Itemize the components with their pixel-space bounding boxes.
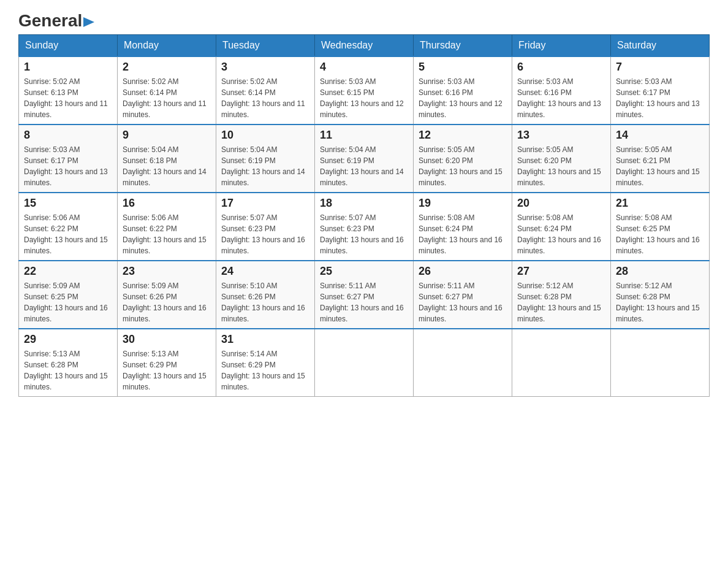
sunset-label: Sunset: 6:17 PM (24, 156, 78, 165)
daylight-label: Daylight: 13 hours and 11 minutes. (123, 99, 207, 119)
sunrise-label: Sunrise: 5:05 AM (517, 145, 573, 154)
daylight-label: Daylight: 13 hours and 13 minutes. (24, 167, 108, 187)
sunrise-label: Sunrise: 5:09 AM (24, 282, 80, 290)
calendar-cell: 14Sunrise: 5:05 AMSunset: 6:21 PMDayligh… (611, 124, 710, 193)
daylight-label: Daylight: 13 hours and 15 minutes. (616, 304, 700, 323)
day-number: 4 (320, 61, 408, 74)
daylight-label: Daylight: 13 hours and 16 minutes. (123, 304, 207, 323)
day-number: 12 (419, 129, 507, 142)
day-info: Sunrise: 5:08 AMSunset: 6:24 PMDaylight:… (419, 212, 507, 256)
sunrise-label: Sunrise: 5:04 AM (221, 145, 277, 154)
day-info: Sunrise: 5:02 AMSunset: 6:13 PMDaylight:… (24, 76, 112, 120)
day-info: Sunrise: 5:11 AMSunset: 6:27 PMDaylight:… (419, 280, 507, 324)
day-number: 6 (517, 61, 605, 74)
sunset-label: Sunset: 6:14 PM (221, 88, 276, 97)
day-number: 1 (24, 61, 112, 74)
calendar-cell: 4Sunrise: 5:03 AMSunset: 6:15 PMDaylight… (315, 56, 414, 124)
sunset-label: Sunset: 6:25 PM (24, 293, 78, 301)
day-info: Sunrise: 5:05 AMSunset: 6:20 PMDaylight:… (517, 144, 605, 188)
daylight-label: Daylight: 13 hours and 15 minutes. (24, 372, 108, 391)
sunset-label: Sunset: 6:29 PM (123, 361, 177, 369)
svg-marker-0 (83, 17, 94, 27)
day-info: Sunrise: 5:08 AMSunset: 6:24 PMDaylight:… (517, 212, 605, 256)
sunrise-label: Sunrise: 5:04 AM (123, 145, 178, 154)
daylight-label: Daylight: 13 hours and 16 minutes. (616, 236, 700, 255)
day-info: Sunrise: 5:05 AMSunset: 6:21 PMDaylight:… (616, 144, 704, 188)
weekday-header-thursday: Thursday (414, 35, 512, 57)
calendar-week-5: 29Sunrise: 5:13 AMSunset: 6:28 PMDayligh… (19, 329, 710, 397)
calendar-cell: 30Sunrise: 5:13 AMSunset: 6:29 PMDayligh… (118, 329, 216, 397)
sunset-label: Sunset: 6:28 PM (517, 293, 572, 301)
day-number: 10 (221, 129, 309, 142)
day-info: Sunrise: 5:03 AMSunset: 6:15 PMDaylight:… (320, 76, 408, 120)
sunrise-label: Sunrise: 5:03 AM (616, 77, 672, 86)
day-number: 15 (24, 197, 112, 210)
sunset-label: Sunset: 6:18 PM (123, 156, 177, 165)
day-number: 18 (320, 197, 408, 210)
sunrise-label: Sunrise: 5:07 AM (221, 213, 277, 222)
day-info: Sunrise: 5:08 AMSunset: 6:25 PMDaylight:… (616, 212, 704, 256)
calendar-week-1: 1Sunrise: 5:02 AMSunset: 6:13 PMDaylight… (19, 56, 710, 124)
day-info: Sunrise: 5:05 AMSunset: 6:20 PMDaylight:… (419, 144, 507, 188)
daylight-label: Daylight: 13 hours and 15 minutes. (123, 236, 207, 255)
daylight-label: Daylight: 13 hours and 13 minutes. (517, 99, 601, 119)
day-info: Sunrise: 5:07 AMSunset: 6:23 PMDaylight:… (320, 212, 408, 256)
day-info: Sunrise: 5:09 AMSunset: 6:26 PMDaylight:… (123, 280, 211, 324)
calendar-cell: 24Sunrise: 5:10 AMSunset: 6:26 PMDayligh… (216, 261, 315, 329)
day-number: 19 (419, 197, 507, 210)
day-number: 3 (221, 61, 309, 74)
calendar-cell: 16Sunrise: 5:06 AMSunset: 6:22 PMDayligh… (118, 193, 216, 261)
sunrise-label: Sunrise: 5:05 AM (616, 145, 672, 154)
day-number: 9 (123, 129, 211, 142)
calendar-cell: 8Sunrise: 5:03 AMSunset: 6:17 PMDaylight… (19, 124, 118, 193)
calendar-cell: 29Sunrise: 5:13 AMSunset: 6:28 PMDayligh… (19, 329, 118, 397)
sunset-label: Sunset: 6:14 PM (123, 88, 177, 97)
day-info: Sunrise: 5:04 AMSunset: 6:18 PMDaylight:… (123, 144, 211, 188)
day-info: Sunrise: 5:13 AMSunset: 6:28 PMDaylight:… (24, 348, 112, 393)
sunrise-label: Sunrise: 5:02 AM (221, 77, 277, 86)
daylight-label: Daylight: 13 hours and 15 minutes. (123, 372, 207, 391)
sunrise-label: Sunrise: 5:06 AM (123, 213, 178, 222)
sunset-label: Sunset: 6:19 PM (221, 156, 276, 165)
calendar-cell: 18Sunrise: 5:07 AMSunset: 6:23 PMDayligh… (315, 193, 414, 261)
day-number: 14 (616, 129, 704, 142)
sunset-label: Sunset: 6:23 PM (320, 224, 374, 233)
daylight-label: Daylight: 13 hours and 16 minutes. (320, 304, 404, 323)
daylight-label: Daylight: 13 hours and 15 minutes. (616, 167, 700, 187)
logo: General (18, 12, 94, 28)
sunset-label: Sunset: 6:22 PM (24, 224, 78, 233)
weekday-header-friday: Friday (512, 35, 611, 57)
daylight-label: Daylight: 13 hours and 15 minutes. (517, 167, 601, 187)
daylight-label: Daylight: 13 hours and 16 minutes. (24, 304, 108, 323)
weekday-header-tuesday: Tuesday (216, 35, 315, 57)
sunrise-label: Sunrise: 5:10 AM (221, 282, 277, 290)
daylight-label: Daylight: 13 hours and 16 minutes. (419, 304, 502, 323)
sunset-label: Sunset: 6:16 PM (517, 88, 572, 97)
day-number: 27 (517, 265, 605, 278)
day-info: Sunrise: 5:10 AMSunset: 6:26 PMDaylight:… (221, 280, 309, 324)
sunset-label: Sunset: 6:27 PM (419, 293, 473, 301)
sunrise-label: Sunrise: 5:12 AM (517, 282, 573, 290)
calendar-cell (611, 329, 710, 397)
calendar-cell (512, 329, 611, 397)
sunset-label: Sunset: 6:25 PM (616, 224, 670, 233)
day-number: 17 (221, 197, 309, 210)
day-info: Sunrise: 5:04 AMSunset: 6:19 PMDaylight:… (221, 144, 309, 188)
sunrise-label: Sunrise: 5:08 AM (517, 213, 573, 222)
day-info: Sunrise: 5:03 AMSunset: 6:16 PMDaylight:… (419, 76, 507, 120)
calendar-cell: 19Sunrise: 5:08 AMSunset: 6:24 PMDayligh… (414, 193, 512, 261)
day-info: Sunrise: 5:06 AMSunset: 6:22 PMDaylight:… (24, 212, 112, 256)
day-info: Sunrise: 5:13 AMSunset: 6:29 PMDaylight:… (123, 348, 211, 393)
sunset-label: Sunset: 6:27 PM (320, 293, 374, 301)
calendar-cell: 25Sunrise: 5:11 AMSunset: 6:27 PMDayligh… (315, 261, 414, 329)
daylight-label: Daylight: 13 hours and 16 minutes. (419, 236, 502, 255)
calendar-cell: 31Sunrise: 5:14 AMSunset: 6:29 PMDayligh… (216, 329, 315, 397)
day-info: Sunrise: 5:12 AMSunset: 6:28 PMDaylight:… (616, 280, 704, 324)
weekday-header-sunday: Sunday (19, 35, 118, 57)
sunset-label: Sunset: 6:20 PM (517, 156, 572, 165)
weekday-header-monday: Monday (118, 35, 216, 57)
day-info: Sunrise: 5:09 AMSunset: 6:25 PMDaylight:… (24, 280, 112, 324)
sunrise-label: Sunrise: 5:03 AM (24, 145, 80, 154)
day-number: 29 (24, 333, 112, 346)
daylight-label: Daylight: 13 hours and 13 minutes. (616, 99, 700, 119)
